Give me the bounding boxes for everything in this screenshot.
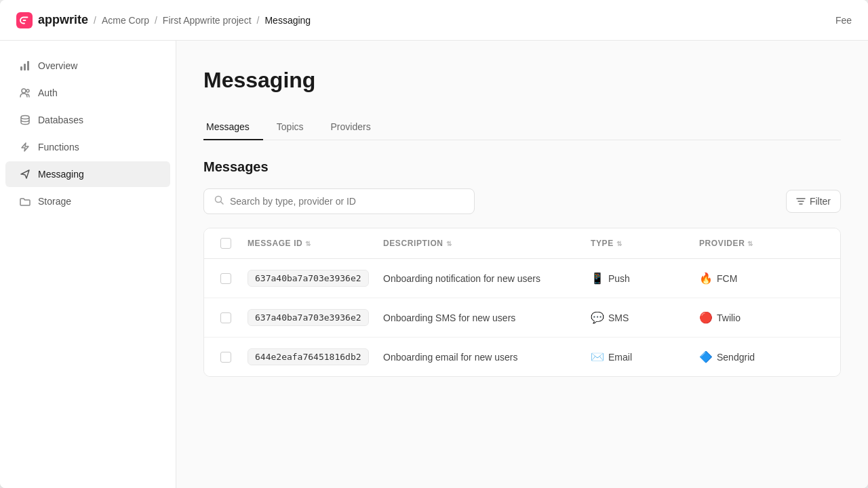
sidebar-item-functions[interactable]: Functions [5, 134, 170, 160]
th-provider[interactable]: PROVIDER ⇅ [694, 228, 829, 258]
sort-provider-icon: ⇅ [747, 240, 753, 247]
row1-message-id: 637a40ba7a703e3936e2 [248, 270, 369, 287]
sidebar-item-overview[interactable]: Overview [5, 53, 170, 79]
send-icon [19, 168, 31, 180]
search-input[interactable] [230, 196, 465, 207]
row1-type: Push [608, 273, 630, 284]
row2-type: SMS [608, 312, 629, 323]
row3-id-cell: 644e2eafa76451816db2 [242, 338, 378, 376]
row2-provider: Twilio [717, 312, 741, 323]
header-checkbox[interactable] [220, 238, 231, 249]
sidebar-item-messaging[interactable]: Messaging [5, 161, 170, 187]
folder-icon [19, 195, 31, 207]
row2-checkbox[interactable] [220, 312, 231, 323]
th-type[interactable]: TYPE ⇅ [585, 228, 694, 258]
row2-description: Onboarding SMS for new users [383, 312, 515, 323]
row2-message-id: 637a40ba7a703e3936e2 [248, 309, 369, 326]
header: appwrite / Acme Corp / First Appwrite pr… [0, 0, 868, 41]
svg-rect-2 [24, 64, 26, 70]
row2-id-cell: 637a40ba7a703e3936e2 [242, 298, 378, 337]
page-title: Messaging [203, 68, 841, 93]
th-checkbox [215, 228, 242, 258]
breadcrumb-current: Messaging [264, 15, 311, 26]
sidebar-item-databases[interactable]: Databases [5, 107, 170, 133]
row2-type-icon: 💬 [591, 311, 604, 324]
sidebar-label-functions: Functions [38, 142, 79, 152]
sidebar-label-messaging: Messaging [38, 169, 84, 180]
svg-rect-3 [27, 61, 29, 70]
filter-button[interactable]: Filter [786, 190, 841, 213]
sidebar: Overview Auth Databases Functions [0, 41, 176, 488]
row1-type-cell: 📱 Push [585, 261, 694, 296]
row3-checkbox-cell [215, 341, 242, 373]
row3-description: Onboarding email for new users [383, 352, 517, 363]
sidebar-item-storage[interactable]: Storage [5, 188, 170, 214]
row3-type: Email [608, 352, 632, 363]
svg-rect-1 [20, 66, 22, 70]
row1-id-cell: 637a40ba7a703e3936e2 [242, 259, 378, 298]
row1-checkbox-cell [215, 262, 242, 295]
row1-provider-cell: 🔥 FCM [694, 261, 829, 296]
svg-point-4 [22, 89, 26, 93]
section-title: Messages [203, 159, 841, 175]
header-right-text: Fee [835, 15, 852, 26]
database-icon [19, 114, 31, 126]
row3-provider-cell: 🔷 Sendgrid [694, 340, 829, 374]
tabs: Messages Topics Providers [203, 115, 841, 140]
row3-message-id: 644e2eafa76451816db2 [248, 348, 369, 365]
sidebar-label-storage: Storage [38, 196, 71, 207]
svg-point-5 [26, 89, 29, 92]
th-message-id[interactable]: MESSAGE ID ⇅ [242, 228, 378, 258]
filter-icon [796, 197, 806, 206]
sidebar-label-auth: Auth [38, 87, 58, 98]
lightning-icon [19, 141, 31, 153]
row1-provider: FCM [717, 273, 737, 284]
row1-provider-icon: 🔥 [699, 272, 713, 285]
th-description[interactable]: DESCRIPTION ⇅ [378, 228, 585, 258]
table-header: MESSAGE ID ⇅ DESCRIPTION ⇅ TYPE ⇅ PROVID… [204, 228, 840, 259]
row1-checkbox[interactable] [220, 273, 231, 284]
tab-providers[interactable]: Providers [317, 115, 384, 140]
logo[interactable]: appwrite [16, 12, 88, 28]
row1-type-icon: 📱 [591, 272, 604, 285]
table-row[interactable]: 644e2eafa76451816db2 Onboarding email fo… [204, 338, 840, 376]
sort-description-icon: ⇅ [446, 240, 452, 247]
row2-provider-icon: 🔴 [699, 311, 713, 324]
messages-table: MESSAGE ID ⇅ DESCRIPTION ⇅ TYPE ⇅ PROVID… [203, 228, 841, 377]
sort-message-id-icon: ⇅ [305, 240, 311, 247]
search-box[interactable] [203, 188, 475, 214]
sidebar-item-auth[interactable]: Auth [5, 80, 170, 106]
svg-point-6 [21, 116, 29, 119]
row2-type-cell: 💬 SMS [585, 300, 694, 335]
bar-chart-icon [19, 60, 31, 72]
breadcrumb-acme[interactable]: Acme Corp [102, 15, 149, 26]
table-row[interactable]: 637a40ba7a703e3936e2 Onboarding notifica… [204, 259, 840, 298]
content-area: Messaging Messages Topics Providers Mess… [176, 41, 868, 488]
search-icon [214, 195, 224, 208]
row2-description-cell: Onboarding SMS for new users [378, 302, 585, 334]
row1-description: Onboarding notification for new users [383, 273, 540, 284]
filter-label: Filter [810, 196, 831, 207]
appwrite-logo-icon [16, 12, 33, 28]
breadcrumb: / Acme Corp / First Appwrite project / M… [94, 15, 311, 26]
sidebar-label-overview: Overview [38, 60, 77, 71]
sort-type-icon: ⇅ [616, 240, 623, 247]
row3-provider: Sendgrid [717, 352, 755, 363]
row3-description-cell: Onboarding email for new users [378, 341, 585, 373]
row3-provider-icon: 🔷 [699, 350, 713, 363]
breadcrumb-project[interactable]: First Appwrite project [163, 15, 252, 26]
row2-provider-cell: 🔴 Twilio [694, 300, 829, 335]
users-icon [19, 87, 31, 99]
main-layout: Overview Auth Databases Functions [0, 41, 868, 488]
tab-messages[interactable]: Messages [203, 115, 263, 140]
sidebar-label-databases: Databases [38, 115, 83, 125]
logo-text: appwrite [38, 13, 88, 27]
row3-type-icon: ✉️ [591, 350, 604, 363]
row3-checkbox[interactable] [220, 352, 231, 363]
table-row[interactable]: 637a40ba7a703e3936e2 Onboarding SMS for … [204, 298, 840, 338]
row2-checkbox-cell [215, 302, 242, 334]
row1-description-cell: Onboarding notification for new users [378, 262, 585, 295]
tab-topics[interactable]: Topics [263, 115, 317, 140]
row3-type-cell: ✉️ Email [585, 340, 694, 374]
toolbar: Filter [203, 188, 841, 214]
